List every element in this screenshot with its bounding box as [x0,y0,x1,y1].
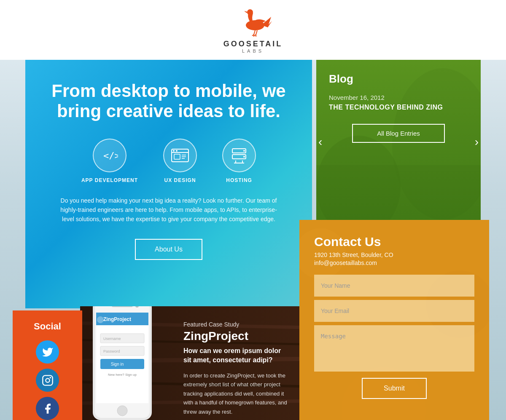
case-study-panel: ZingProject Username Password Sign in Ne… [80,306,299,420]
svg-line-5 [256,30,257,35]
blog-post-title: THE TECHNOLOGY BEHIND ZING [329,104,468,111]
case-eyebrow: Featured Case Study [183,321,289,328]
svg-text:New here? Sign up: New here? Sign up [108,373,137,377]
content-layer: From desktop to mobile, we bring creativ… [0,60,506,420]
app-dev-label: APP DEVELOPMENT [81,177,138,183]
submit-button[interactable]: Submit [362,378,427,399]
hosting-circle [222,139,256,172]
blog-title: Blog [329,72,468,86]
svg-text:Sign in: Sign in [111,362,124,366]
social-title: Social [34,321,61,332]
app-dev-circle: </> [93,139,126,172]
phone-mockup: ZingProject Username Password Sign in Ne… [89,306,177,420]
case-description: In order to create ZingProject, we took … [183,371,289,416]
svg-point-15 [173,150,175,152]
blog-content: Blog November 16, 2012 THE TECHNOLOGY BE… [316,60,481,151]
svg-point-49 [117,406,127,416]
svg-text:ZingProject: ZingProject [103,316,131,322]
app-dev-icon-item: </> APP DEVELOPMENT [81,139,138,183]
blog-date: November 16, 2012 [329,94,468,101]
svg-point-34 [49,377,51,378]
facebook-f-icon [42,403,54,415]
phone-svg: ZingProject Username Password Sign in Ne… [89,306,156,420]
contact-email-input[interactable] [314,300,474,322]
svg-text:Password: Password [103,349,120,353]
header: GOOSETAIL LABS [0,0,506,60]
logo-name: GOOSETAIL [223,40,283,48]
case-subtitle: How can we orem ipsum dolor sit amet, co… [183,346,289,365]
svg-text:Username: Username [103,337,121,341]
svg-text:</>: </> [103,150,118,161]
hero-title: From desktop to mobile, we bring creativ… [51,81,287,122]
case-project-name: ZingProject [183,329,289,343]
svg-rect-11 [174,154,180,159]
blog-panel: ‹ › Blog November 16, 2012 THE TECHNOLOG… [316,60,481,224]
ux-design-circle [163,139,197,172]
twitter-bird-icon [42,346,54,358]
logo-bird-icon [234,8,272,38]
server-icon [230,147,248,164]
ux-design-label: UX DESIGN [164,177,196,183]
svg-point-52 [97,316,104,323]
svg-line-2 [254,30,255,35]
logo-sub: LABS [242,48,264,54]
contact-title: Contact Us [314,235,474,249]
svg-point-33 [46,378,49,382]
hosting-icon-item: HOSTING [222,139,256,183]
browser-icon [171,148,189,163]
svg-rect-46 [96,313,148,403]
twitter-icon[interactable] [36,340,59,364]
contact-panel: Contact Us 1920 13th Street, Boulder, CO… [299,220,489,420]
main-area: From desktop to mobile, we bring creativ… [0,60,506,420]
contact-name-input[interactable] [314,275,474,297]
logo: GOOSETAIL LABS [223,8,283,54]
hosting-label: HOSTING [226,177,252,183]
svg-rect-47 [112,306,133,307]
hero-description: Do you need help making your next big id… [51,196,287,224]
svg-point-16 [176,150,178,152]
ux-design-icon-item: UX DESIGN [163,139,197,183]
svg-point-1 [247,9,253,15]
svg-point-18 [243,150,245,152]
contact-email: info@goosetaillabs.com [314,259,474,266]
case-content: Featured Case Study ZingProject How can … [177,306,299,420]
code-icon: </> [101,147,118,164]
hero-icons: </> APP DEVELOPMENT [51,139,287,183]
svg-point-20 [243,156,245,158]
instagram-camera-icon [42,375,54,386]
instagram-icon[interactable] [36,369,59,392]
svg-rect-32 [43,375,52,385]
about-us-button[interactable]: About Us [135,239,202,260]
facebook-icon[interactable] [36,397,59,420]
contact-message-input[interactable] [314,325,474,372]
contact-address: 1920 13th Street, Boulder, CO [314,251,474,258]
social-panel: Social [13,310,82,420]
all-blog-button[interactable]: All Blog Entries [352,124,445,143]
hero-panel: From desktop to mobile, we bring creativ… [25,60,312,308]
